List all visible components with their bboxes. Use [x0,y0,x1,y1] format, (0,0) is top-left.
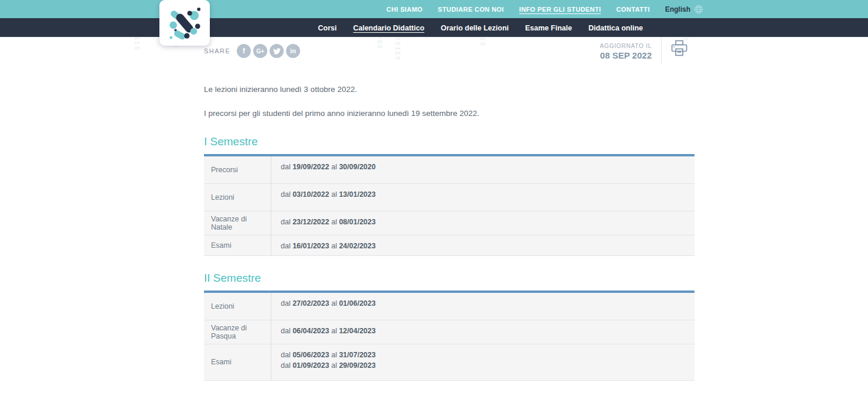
print-button[interactable] [670,40,689,57]
updated-label: AGGIORNATO IL [600,43,652,49]
row-period: dal 27/02/2023 al 01/06/2023 [271,293,695,320]
top-nav: CHI SIAMOSTUDIARE CON NOIINFO PER GLI ST… [386,0,703,18]
section-title: II Semestre [204,272,695,285]
table-row: Vacanze di Nataledal 23/12/2022 al 08/01… [204,211,695,235]
section-ii-semestre: II SemestreLezionidal 27/02/2023 al 01/0… [204,272,695,381]
table-row: Precorsidal 19/09/2022 al 30/09/2020 [204,156,695,184]
row-label: Lezioni [204,184,271,211]
row-label: Vacanze di Pasqua [204,320,271,344]
twitter-share-icon[interactable] [270,44,284,58]
google-plus-share-icon[interactable]: G+ [253,44,267,58]
top-navigation-bar: CHI SIAMOSTUDIARE CON NOIINFO PER GLI ST… [0,0,868,18]
table-row: Esamidal 05/06/2023 al 31/07/2023dal 01/… [204,344,695,381]
row-period: dal 16/01/2023 al 24/02/2023 [271,235,695,255]
subnav-item-corsi[interactable]: Corsi [318,24,337,32]
row-period: dal 03/10/2022 al 13/01/2023 [271,184,695,211]
row-label: Esami [204,235,271,255]
table-row: Lezionidal 27/02/2023 al 01/06/2023 [204,293,695,320]
language-label[interactable]: English [665,5,690,13]
share-buttons: f G+ in [237,44,300,58]
site-logo[interactable] [159,0,210,46]
row-label: Lezioni [204,293,271,320]
calendar-table: Precorsidal 19/09/2022 al 30/09/2020Lezi… [204,154,695,256]
row-period: dal 06/04/2023 al 12/04/2023 [271,320,695,344]
semester-sections: I SemestrePrecorsidal 19/09/2022 al 30/0… [204,135,695,381]
printer-icon [670,40,689,57]
facebook-share-icon[interactable]: f [237,44,251,58]
section-i-semestre: I SemestrePrecorsidal 19/09/2022 al 30/0… [204,135,695,256]
calendar-table: Lezionidal 27/02/2023 al 01/06/2023Vacan… [204,291,695,381]
row-label: Precorsi [204,156,271,183]
topnav-item-contatti[interactable]: CONTATTI [616,6,649,13]
section-title: I Semestre [204,135,695,148]
row-period: dal 19/09/2022 al 30/09/2020 [271,156,695,183]
main-content: Le lezioni inizieranno lunedì 3 ottobre … [204,84,695,381]
globe-icon [694,5,703,14]
linkedin-share-icon[interactable]: in [286,44,300,58]
subnav-item-esame-finale[interactable]: Esame Finale [525,24,572,32]
subnav-item-didattica-online[interactable]: Didattica online [588,24,643,32]
table-row: Vacanze di Pasquadal 06/04/2023 al 12/04… [204,320,695,344]
row-period: dal 23/12/2022 al 08/01/2023 [271,211,695,235]
row-label: Esami [204,344,271,380]
language-switcher[interactable]: English [665,5,703,14]
intro-paragraph-1: Le lezioni inizieranno lunedì 3 ottobre … [204,84,695,95]
topnav-item-studiare-con-noi[interactable]: STUDIARE CON NOI [438,6,504,13]
section-navigation-bar: CorsiCalendario DidatticoOrario delle Le… [0,18,868,37]
divider [661,37,662,64]
topnav-item-chi-siamo[interactable]: CHI SIAMO [386,6,423,13]
subnav-item-calendario-didattico[interactable]: Calendario Didattico [353,24,424,32]
updated-date: 08 SEP 2022 [600,50,652,60]
topnav-item-info-per-gli-studenti[interactable]: INFO PER GLI STUDENTI [519,6,601,13]
logo-molecule-icon [168,6,202,40]
row-label: Vacanze di Natale [204,211,271,235]
intro-paragraph-2: I precorsi per gli studenti del primo an… [204,108,695,119]
row-period: dal 05/06/2023 al 31/07/2023dal 01/09/20… [271,344,695,380]
page: CHI SIAMOSTUDIARE CON NOIINFO PER GLI ST… [0,0,868,410]
table-row: Esamidal 16/01/2023 al 24/02/2023 [204,235,695,256]
section-nav: CorsiCalendario DidatticoOrario delle Le… [318,18,643,37]
last-updated: AGGIORNATO IL 08 SEP 2022 [600,43,652,60]
table-row: Lezionidal 03/10/2022 al 13/01/2023 [204,184,695,211]
share-label: SHARE [204,47,230,54]
subnav-item-orario-delle-lezioni[interactable]: Orario delle Lezioni [441,24,509,32]
